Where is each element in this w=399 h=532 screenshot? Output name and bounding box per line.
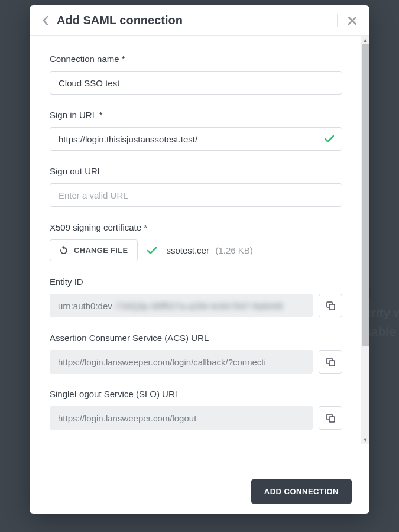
sign-in-url-field: Sign in URL * (50, 110, 349, 151)
copy-entity-id-button[interactable] (319, 294, 342, 317)
file-name: ssotest.cer (166, 245, 209, 255)
acs-url-label: Assertion Consumer Service (ACS) URL (50, 333, 349, 343)
connection-name-label: Connection name * (50, 54, 349, 64)
sign-in-url-input[interactable] (50, 127, 342, 151)
entity-id-label: Entity ID (50, 277, 349, 287)
entity-id-value: urn:auth0:dev-734Q3p-36ff927a-a284-4c84-… (50, 294, 313, 317)
chevron-left-icon (43, 16, 48, 25)
entity-id-obscured: -734Q3p-36ff927a-a284-4c84-f347-8a6448 (113, 301, 283, 311)
check-icon (147, 247, 157, 254)
copy-icon (326, 301, 335, 310)
copy-icon (326, 358, 335, 366)
copy-acs-url-button[interactable] (319, 350, 342, 374)
modal-body: ▲ ▼ Connection name * Sign in URL * Sign… (30, 36, 369, 469)
sign-out-url-label: Sign out URL (50, 166, 349, 176)
scroll-up-icon[interactable]: ▲ (361, 36, 369, 44)
sign-out-url-input[interactable] (50, 183, 342, 207)
modal-footer: ADD CONNECTION (30, 469, 369, 514)
change-file-button[interactable]: CHANGE FILE (50, 239, 138, 261)
copy-icon (326, 414, 335, 423)
x509-field: X509 signing certificate * CHANGE FILE s… (50, 222, 349, 261)
add-connection-button[interactable]: ADD CONNECTION (251, 479, 352, 504)
svg-rect-5 (329, 417, 335, 422)
scrollbar-thumb[interactable] (362, 44, 369, 346)
sign-in-url-label: Sign in URL * (50, 110, 349, 120)
check-icon (325, 135, 334, 142)
refresh-icon (60, 246, 68, 255)
entity-id-field: Entity ID urn:auth0:dev-734Q3p-36ff927a-… (50, 277, 349, 317)
slo-url-field: SingleLogout Service (SLO) URL https://l… (50, 389, 349, 430)
acs-url-value: https://login.lansweeper.com/login/callb… (50, 350, 313, 374)
file-size: (1.26 KB) (215, 245, 252, 255)
file-info: ssotest.cer (1.26 KB) (166, 245, 252, 256)
modal-header: Add SAML connection (30, 5, 369, 36)
connection-name-field: Connection name * (50, 54, 349, 95)
slo-url-value: https://login.lansweeper.com/logout (50, 406, 313, 430)
modal-title: Add SAML connection (57, 14, 329, 27)
divider (337, 14, 338, 27)
connection-name-input[interactable] (50, 71, 342, 95)
saml-connection-modal: Add SAML connection ▲ ▼ Connection name … (30, 5, 369, 514)
back-button[interactable] (43, 16, 48, 25)
close-button[interactable] (348, 17, 356, 25)
entity-id-prefix: urn:auth0:dev (58, 301, 112, 311)
scroll-down-icon[interactable]: ▼ (361, 436, 369, 444)
change-file-label: CHANGE FILE (74, 246, 128, 255)
x509-label: X509 signing certificate * (50, 222, 349, 232)
acs-url-field: Assertion Consumer Service (ACS) URL htt… (50, 333, 349, 374)
copy-slo-url-button[interactable] (319, 406, 342, 430)
sign-out-url-field: Sign out URL (50, 166, 349, 207)
scrollbar[interactable]: ▲ ▼ (361, 36, 369, 444)
close-icon (348, 17, 356, 25)
svg-rect-1 (329, 304, 335, 310)
slo-url-label: SingleLogout Service (SLO) URL (50, 389, 349, 399)
svg-rect-3 (329, 361, 335, 366)
